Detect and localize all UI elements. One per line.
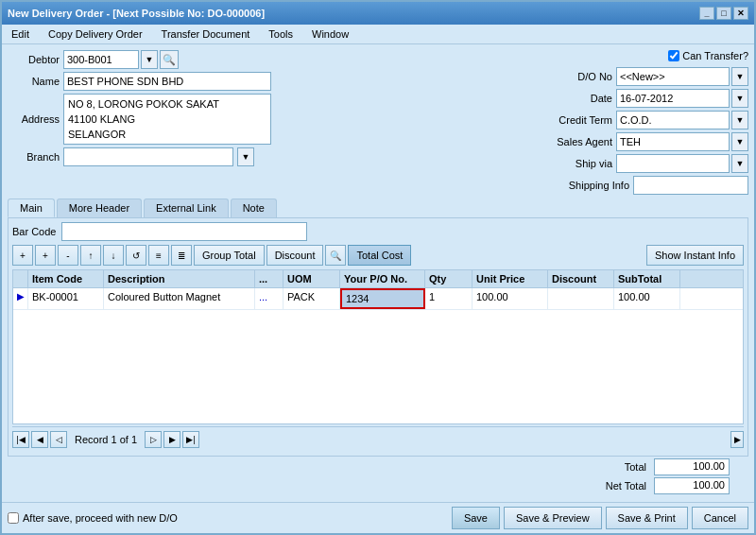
tab-main[interactable]: Main — [8, 198, 55, 217]
toolbar: + + - ↑ ↓ ↺ ≡ ≣ Group Total Discount 🔍 T… — [12, 245, 744, 266]
cancel-button[interactable]: Cancel — [692, 507, 748, 529]
ship-via-dropdown-button[interactable]: ▼ — [731, 154, 748, 173]
col-po-no: Your P/O No. — [340, 270, 425, 287]
cell-dots[interactable]: ... — [255, 288, 284, 309]
cell-item-code[interactable]: BK-00001 — [28, 288, 104, 309]
save-print-button[interactable]: Save & Print — [606, 507, 688, 529]
shipping-info-label: Shipping Info — [558, 180, 629, 191]
branch-dropdown-button[interactable]: ▼ — [237, 147, 254, 166]
debtor-row: Debtor ▼ 🔍 — [8, 50, 376, 69]
credit-term-input[interactable] — [616, 111, 730, 129]
save-preview-button[interactable]: Save & Preview — [504, 507, 602, 529]
cell-uom[interactable]: PACK — [284, 288, 340, 309]
address-line-3: SELANGOR — [68, 127, 266, 142]
add-row-button[interactable]: + — [12, 245, 33, 266]
do-no-row: D/O No ▼ — [380, 67, 748, 86]
total-cost-button[interactable]: Total Cost — [348, 245, 411, 266]
do-no-dropdown-button[interactable]: ▼ — [731, 67, 748, 86]
can-transfer-checkbox[interactable] — [668, 50, 679, 61]
nav-prev-button[interactable]: ◀ — [31, 431, 48, 448]
branch-input[interactable] — [63, 147, 233, 166]
group-total-button[interactable]: Group Total — [194, 245, 265, 266]
menu-bar: Edit Copy Delivery Order Transfer Docume… — [2, 25, 754, 44]
cell-discount[interactable] — [548, 288, 614, 309]
branch-row: Branch ▼ — [8, 147, 376, 166]
move-down-button[interactable]: ↓ — [103, 245, 124, 266]
maximize-button[interactable]: □ — [716, 7, 731, 20]
title-bar-controls: _ □ ✕ — [699, 7, 748, 20]
nav-next-page-button[interactable]: ▷ — [145, 431, 162, 448]
copy-button[interactable]: ≡ — [148, 245, 169, 266]
name-row: Name — [8, 72, 376, 91]
menu-window[interactable]: Window — [308, 26, 352, 42]
cell-description[interactable]: Coloured Button Magnet — [104, 288, 255, 309]
menu-copy-delivery-order[interactable]: Copy Delivery Order — [44, 26, 146, 42]
paste-button[interactable]: ≣ — [171, 245, 192, 266]
search-button[interactable]: 🔍 — [325, 245, 346, 266]
cell-unit-price[interactable]: 100.00 — [472, 288, 548, 309]
col-item-code: Item Code — [28, 270, 104, 287]
credit-term-row: Credit Term ▼ — [380, 111, 748, 129]
address-label: Address — [8, 113, 60, 125]
cell-po-no[interactable]: 1234 — [340, 288, 425, 309]
menu-tools[interactable]: Tools — [265, 26, 297, 42]
header-section: Debtor ▼ 🔍 Name Address NO 8, LORONG POK… — [8, 50, 748, 195]
total-label: Total — [590, 461, 646, 473]
tab-more-header[interactable]: More Header — [57, 198, 142, 217]
date-dropdown-button[interactable]: ▼ — [731, 89, 748, 108]
credit-term-dropdown-button[interactable]: ▼ — [731, 111, 748, 129]
date-input[interactable] — [616, 89, 730, 108]
can-transfer-label: Can Transfer? — [682, 50, 748, 61]
address-box: NO 8, LORONG POKOK SAKAT 41100 KLANG SEL… — [63, 94, 271, 145]
insert-row-button[interactable]: + — [35, 245, 56, 266]
net-total-row: Net Total 100.00 — [590, 477, 730, 494]
name-input[interactable] — [63, 72, 271, 91]
barcode-input[interactable] — [61, 222, 307, 241]
menu-transfer-document[interactable]: Transfer Document — [158, 26, 254, 42]
debtor-dropdown-button[interactable]: ▼ — [141, 50, 158, 69]
close-button[interactable]: ✕ — [733, 7, 748, 20]
scroll-right-button[interactable]: ▶ — [730, 431, 744, 448]
proceed-checkbox[interactable] — [8, 512, 19, 524]
total-value: 100.00 — [654, 458, 730, 475]
row-indicator: ▶ — [13, 288, 28, 309]
table-row[interactable]: ▶ BK-00001 Coloured Button Magnet ... PA… — [13, 288, 743, 310]
move-up-button[interactable]: ↑ — [80, 245, 101, 266]
sales-agent-dropdown-button[interactable]: ▼ — [731, 132, 748, 151]
save-button[interactable]: Save — [452, 507, 500, 529]
barcode-row: Bar Code — [12, 222, 744, 241]
tabs: Main More Header External Link Note — [8, 198, 748, 217]
nav-next-button[interactable]: ▶ — [163, 431, 180, 448]
name-label: Name — [8, 76, 60, 87]
ship-via-input[interactable] — [616, 154, 730, 173]
net-total-value: 100.00 — [654, 477, 730, 494]
col-qty: Qty — [425, 270, 472, 287]
tab-note[interactable]: Note — [231, 198, 277, 217]
totals-section: Total 100.00 Net Total 100.00 — [8, 457, 748, 496]
show-instant-info-button[interactable]: Show Instant Info — [646, 245, 744, 266]
sales-agent-input[interactable] — [616, 132, 730, 151]
menu-edit[interactable]: Edit — [8, 26, 33, 42]
cell-qty[interactable]: 1 — [425, 288, 472, 309]
nav-prev-page-button[interactable]: ◁ — [50, 431, 67, 448]
minimize-button[interactable]: _ — [699, 7, 714, 20]
date-label: Date — [541, 93, 612, 104]
col-discount: Discount — [548, 270, 614, 287]
remove-row-button[interactable]: - — [58, 245, 78, 266]
discount-button[interactable]: Discount — [266, 245, 324, 266]
grid-header: Item Code Description ... UOM Your P/O N… — [13, 270, 743, 288]
can-transfer-row: Can Transfer? — [380, 50, 748, 61]
tab-content: Bar Code + + - ↑ ↓ ↺ ≡ ≣ Group Total Dis… — [8, 217, 748, 457]
do-no-input[interactable] — [616, 67, 730, 86]
undo-button[interactable]: ↺ — [126, 245, 146, 266]
nav-last-button[interactable]: ▶| — [182, 431, 199, 448]
debtor-input[interactable] — [63, 50, 139, 69]
net-total-label: Net Total — [590, 480, 646, 492]
branch-label: Branch — [8, 151, 60, 163]
tab-external-link[interactable]: External Link — [144, 198, 229, 217]
shipping-info-input[interactable] — [633, 176, 748, 195]
debtor-search-button[interactable]: 🔍 — [160, 50, 179, 69]
bottom-buttons: Save Save & Preview Save & Print Cancel — [452, 507, 748, 529]
nav-first-button[interactable]: |◀ — [12, 431, 29, 448]
debtor-input-group: ▼ 🔍 — [63, 50, 179, 69]
